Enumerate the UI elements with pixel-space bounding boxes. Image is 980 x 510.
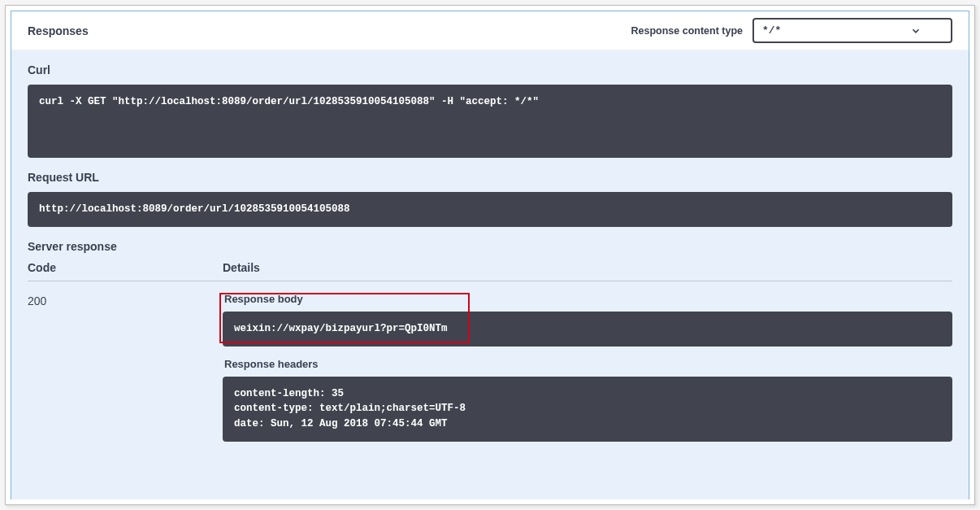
server-response-label: Server response (28, 240, 952, 253)
code-column-header: Code (28, 261, 223, 274)
server-response-section: Server response Code Details 200 Respons… (11, 227, 969, 453)
details-column-header: Details (223, 261, 952, 274)
response-row: 200 Response body weixin://wxpay/bizpayu… (28, 293, 952, 453)
request-url-section: Request URL http://localhost:8089/order/… (11, 158, 969, 227)
content-type-group: Response content type */* (631, 18, 952, 43)
inner-frame: Responses Response content type */* Curl… (11, 11, 969, 499)
content-type-value: */* (762, 24, 781, 37)
chevron-down-icon (910, 25, 921, 37)
response-headers-label: Response headers (223, 358, 952, 370)
response-headers: content-length: 35 content-type: text/pl… (223, 377, 952, 442)
response-table-header: Code Details (28, 261, 952, 281)
request-url-value: http://localhost:8089/order/url/10285359… (28, 192, 952, 227)
responses-header: Responses Response content type */* (11, 11, 969, 50)
outer-frame: Responses Response content type */* Curl… (5, 5, 975, 505)
response-body-block: Response body weixin://wxpay/bizpayurl?p… (223, 293, 952, 347)
curl-command: curl -X GET "http://localhost:8089/order… (28, 85, 952, 158)
content-type-select[interactable]: */* (752, 18, 952, 43)
response-body-label: Response body (223, 293, 952, 305)
responses-title: Responses (28, 24, 89, 37)
response-body: weixin://wxpay/bizpayurl?pr=QpI0NTm (223, 312, 952, 347)
status-code: 200 (28, 293, 223, 453)
response-details: Response body weixin://wxpay/bizpayurl?p… (223, 293, 952, 453)
content-type-label: Response content type (631, 25, 743, 37)
response-headers-block: Response headers content-length: 35 cont… (223, 358, 952, 442)
curl-label: Curl (28, 63, 952, 76)
curl-section: Curl curl -X GET "http://localhost:8089/… (11, 50, 969, 158)
request-url-label: Request URL (28, 171, 952, 184)
